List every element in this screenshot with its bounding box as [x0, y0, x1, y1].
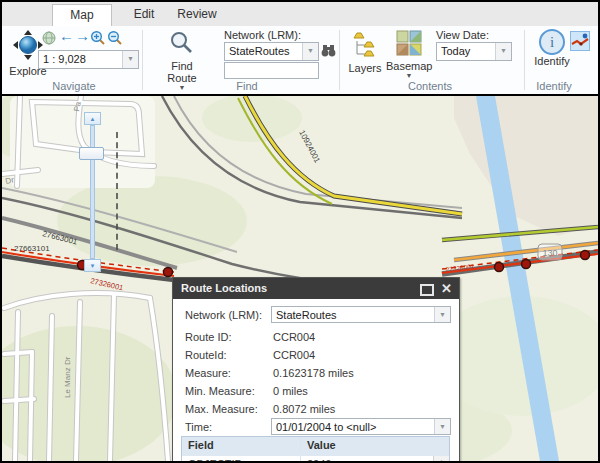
tab-review[interactable]: Review: [168, 4, 226, 25]
view-date-value: Today: [441, 44, 495, 59]
basemap-icon: [396, 30, 422, 56]
routeid-value: CCR004: [273, 349, 315, 361]
view-date-combobox[interactable]: Today ▼: [436, 42, 512, 61]
view-date-label: View Date:: [436, 29, 489, 41]
dialog-network-label: Network (LRM):: [185, 309, 262, 321]
route-point-marker: [495, 263, 504, 272]
map-view[interactable]: 130 27663001 27663101 27326001 27326001 …: [2, 96, 598, 461]
fixed-zoom-in-button[interactable]: [90, 30, 105, 49]
identify-route-location-tool-button[interactable]: [570, 31, 590, 51]
chevron-down-icon[interactable]: ▼: [122, 51, 138, 68]
max-measure-label: Max. Measure:: [185, 403, 258, 415]
group-label-contents: Contents: [370, 80, 490, 92]
tab-edit[interactable]: Edit: [118, 4, 170, 25]
max-measure-value: 0.8072 miles: [273, 403, 335, 415]
layers-button[interactable]: Layers: [346, 30, 384, 74]
ribbon-tab-bar: Map Edit Review: [2, 2, 598, 27]
chevron-down-icon: ▼: [386, 72, 432, 79]
layers-label: Layers: [346, 62, 384, 74]
zoom-in-icon: [90, 30, 105, 45]
measure-value: 0.1623178 miles: [273, 367, 354, 379]
zoom-out-icon: [107, 30, 122, 45]
fixed-zoom-out-button[interactable]: [107, 30, 122, 49]
group-separator: [142, 30, 143, 90]
back-arrow-icon: ←: [59, 27, 74, 44]
group-separator: [339, 30, 340, 90]
field-cell: OBJECTID: [182, 456, 300, 461]
basemap-label: Basemap: [386, 60, 432, 72]
network-lrm-combobox[interactable]: StateRoutes ▼: [224, 42, 319, 61]
time-label: Time:: [185, 421, 212, 433]
attribute-table: Field Value OBJECTID 2046 FromDate 1/1/2…: [181, 436, 450, 461]
route-id-value: CCR004: [273, 331, 315, 343]
identify-button[interactable]: i Identify: [533, 29, 571, 67]
yellow-route-label: 10924001: [297, 129, 322, 165]
find-route-label-line1: Find: [171, 60, 192, 72]
maximize-icon[interactable]: [420, 284, 434, 296]
time-value: 01/01/2004 to <null>: [276, 420, 434, 435]
dialog-network-value: StateRoutes: [276, 308, 434, 323]
min-measure-label: Min. Measure:: [185, 385, 255, 397]
zoom-slider-ticks: [116, 132, 118, 250]
zoom-slider-up-button[interactable]: ▲: [84, 112, 101, 125]
zoom-slider-track[interactable]: [90, 125, 95, 259]
chevron-down-icon[interactable]: ▼: [434, 419, 450, 434]
min-measure-value: 0 miles: [273, 385, 308, 397]
time-combobox[interactable]: 01/01/2004 to <null> ▼: [271, 418, 451, 435]
table-scrollbar[interactable]: ▲ ▼: [433, 456, 449, 461]
zoom-slider-thumb[interactable]: [79, 147, 104, 160]
find-route-icon: [169, 30, 195, 56]
map-scale-combobox[interactable]: 1 : 9,028 ▼: [38, 50, 139, 69]
full-extent-button[interactable]: [42, 31, 56, 49]
identify-icon: i: [539, 29, 565, 55]
map-scale-value: 1 : 9,028: [43, 52, 122, 67]
group-label-navigate: Navigate: [19, 80, 129, 92]
group-label-find: Find: [192, 80, 302, 92]
tab-map[interactable]: Map: [52, 4, 112, 27]
value-column-header: Value: [300, 437, 434, 451]
route-shield: 130: [538, 244, 562, 260]
basemap-button[interactable]: Basemap ▼: [386, 30, 432, 79]
ribbon: Explore ← → 1 : 9,028 ▼ Navigate: [2, 26, 598, 94]
routeid-label: RouteId:: [185, 349, 227, 361]
next-extent-button[interactable]: →: [75, 27, 90, 44]
measure-label: Measure:: [185, 367, 231, 379]
scroll-up-icon[interactable]: ▲: [434, 456, 449, 461]
route-locations-dialog: Route Locations ✕ Network (LRM): StateRo…: [172, 277, 460, 461]
dialog-title-bar[interactable]: Route Locations: [173, 278, 459, 299]
value-cell: 2046: [300, 456, 434, 461]
chevron-down-icon[interactable]: ▼: [495, 43, 511, 60]
previous-extent-button[interactable]: ←: [59, 27, 74, 44]
forward-arrow-icon: →: [75, 27, 90, 44]
group-label-identify: Identify: [519, 80, 589, 92]
route-value-input[interactable]: [224, 62, 319, 79]
close-icon[interactable]: ✕: [441, 278, 452, 299]
table-header-row: Field Value: [182, 437, 449, 457]
route-point-marker: [581, 251, 590, 260]
route-shield-number: 130: [542, 248, 557, 258]
table-row[interactable]: OBJECTID 2046: [182, 456, 434, 461]
route-location-icon: [571, 32, 589, 50]
network-lrm-label: Network (LRM):: [224, 29, 301, 41]
binoculars-icon: [321, 44, 336, 57]
route-id-label: Route ID:: [185, 331, 231, 343]
network-lrm-value: StateRoutes: [229, 44, 302, 59]
chevron-down-icon[interactable]: ▼: [434, 307, 450, 322]
route-point-marker: [522, 260, 531, 269]
route-point-marker: [164, 268, 173, 277]
identify-label: Identify: [533, 55, 571, 67]
dialog-network-combobox[interactable]: StateRoutes ▼: [271, 306, 451, 323]
chevron-down-icon[interactable]: ▼: [302, 43, 318, 60]
field-column-header: Field: [182, 437, 300, 451]
layers-icon: [352, 30, 378, 58]
globe-icon: [42, 31, 56, 45]
road-label: 27663101: [14, 244, 50, 253]
search-routes-button[interactable]: [321, 43, 336, 61]
street-label: Le Manz Dr: [63, 356, 72, 398]
zoom-slider-down-button[interactable]: ▼: [84, 259, 101, 272]
